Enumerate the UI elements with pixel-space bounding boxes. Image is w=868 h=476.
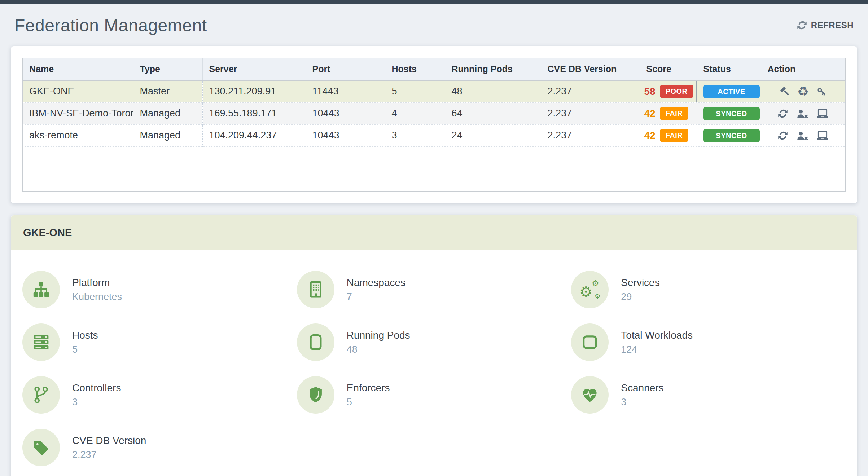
stat-label: CVE DB Version xyxy=(72,435,146,446)
col-header-name: Name xyxy=(23,58,133,80)
workload-icon xyxy=(571,323,609,361)
score-badge: POOR xyxy=(660,85,693,98)
stat-cve-db-version: CVE DB Version 2.237 xyxy=(22,429,297,466)
cell-name: IBM-NV-SE-Demo-Toror xyxy=(23,102,133,124)
col-header-port: Port xyxy=(306,58,385,80)
stat-enforcers: Enforcers 5 xyxy=(297,376,571,414)
stat-platform: Platform Kubernetes xyxy=(22,271,297,308)
cell-name: GKE-ONE xyxy=(23,80,133,102)
gavel-icon[interactable] xyxy=(779,86,790,97)
cell-status: SYNCED xyxy=(697,124,761,146)
cell-port: 11443 xyxy=(306,80,385,102)
clusters-table-wrap: Name Type Server Port Hosts Running Pods… xyxy=(22,58,846,192)
stat-label: Scanners xyxy=(621,382,663,394)
sync-icon[interactable] xyxy=(777,130,789,141)
score-badge: FAIR xyxy=(660,107,689,120)
refresh-icon xyxy=(797,20,807,31)
cell-port: 10443 xyxy=(306,102,385,124)
cell-cve-db-version: 2.237 xyxy=(541,124,640,146)
cell-type: Managed xyxy=(133,102,202,124)
cell-server: 130.211.209.91 xyxy=(202,80,306,102)
stat-label: Total Workloads xyxy=(621,330,693,341)
score-value: 58 xyxy=(644,86,656,97)
score-badge: FAIR xyxy=(660,129,689,142)
score-value: 42 xyxy=(644,130,656,141)
stat-label: Namespaces xyxy=(347,277,405,288)
gears-icon: ⚙⚙⚙ xyxy=(571,271,609,308)
cluster-detail-card: GKE-ONE Platform Kubernetes Namespaces 7 xyxy=(11,215,857,476)
cell-score-selected: 58 POOR xyxy=(640,80,697,102)
laptop-icon[interactable] xyxy=(816,108,829,119)
clusters-table-card: Name Type Server Port Hosts Running Pods… xyxy=(11,46,857,203)
stat-label: Enforcers xyxy=(347,382,390,394)
page-title: Federation Management xyxy=(14,16,207,35)
shield-icon xyxy=(297,376,334,414)
cell-running-pods: 24 xyxy=(445,124,541,146)
branch-icon xyxy=(22,376,60,414)
federation-page: Federation Management REFRESH Name Type … xyxy=(0,4,868,476)
cell-score: 42 FAIR xyxy=(640,102,697,124)
stat-hosts: Hosts 5 xyxy=(22,323,297,361)
stat-namespaces: Namespaces 7 xyxy=(297,271,571,308)
cluster-stats-grid: Platform Kubernetes Namespaces 7 ⚙⚙⚙ Ser… xyxy=(11,250,857,476)
cell-hosts: 4 xyxy=(385,102,445,124)
stat-label: Running Pods xyxy=(347,330,410,341)
laptop-icon[interactable] xyxy=(816,130,829,141)
cell-actions xyxy=(761,124,845,146)
key-icon[interactable] xyxy=(816,86,828,97)
remove-user-icon[interactable] xyxy=(796,108,809,119)
stat-total-workloads: Total Workloads 124 xyxy=(571,323,846,361)
cell-running-pods: 64 xyxy=(445,102,541,124)
table-row-master[interactable]: GKE-ONE Master 130.211.209.91 11443 5 48… xyxy=(23,80,845,102)
pod-icon xyxy=(297,323,334,361)
heartbeat-icon xyxy=(571,376,609,414)
cell-cve-db-version: 2.237 xyxy=(541,102,640,124)
score-value: 42 xyxy=(644,108,656,119)
col-header-score: Score xyxy=(640,58,697,80)
stat-scanners: Scanners 3 xyxy=(571,376,846,414)
clusters-table: Name Type Server Port Hosts Running Pods… xyxy=(23,58,845,147)
tag-icon xyxy=(22,429,60,466)
col-header-cve-db-version: CVE DB Version xyxy=(541,58,640,80)
stat-value: 29 xyxy=(621,291,659,303)
cell-actions: ♻ xyxy=(761,80,845,102)
recycle-icon[interactable]: ♻ xyxy=(797,86,809,97)
refresh-button[interactable]: REFRESH xyxy=(797,20,854,31)
cell-type: Master xyxy=(133,80,202,102)
col-header-running-pods: Running Pods xyxy=(445,58,541,80)
cell-type: Managed xyxy=(133,124,202,146)
cell-server: 169.55.189.171 xyxy=(202,102,306,124)
table-row-managed-1[interactable]: IBM-NV-SE-Demo-Toror Managed 169.55.189.… xyxy=(23,102,845,124)
status-badge: SYNCED xyxy=(703,129,760,142)
stat-value: 3 xyxy=(621,397,663,408)
cell-port: 10443 xyxy=(306,124,385,146)
cell-status: SYNCED xyxy=(697,102,761,124)
remove-user-icon[interactable] xyxy=(796,130,809,141)
stat-label: Controllers xyxy=(72,382,121,394)
cell-cve-db-version: 2.237 xyxy=(541,80,640,102)
stat-value: Kubernetes xyxy=(72,291,122,303)
detail-title: GKE-ONE xyxy=(23,227,72,239)
sitemap-icon xyxy=(22,271,60,308)
stat-value: 5 xyxy=(347,397,390,408)
servers-icon xyxy=(22,323,60,361)
stat-running-pods: Running Pods 48 xyxy=(297,323,571,361)
detail-header: GKE-ONE xyxy=(11,215,857,250)
refresh-label: REFRESH xyxy=(811,20,854,30)
cell-server: 104.209.44.237 xyxy=(202,124,306,146)
col-header-hosts: Hosts xyxy=(385,58,445,80)
stat-value: 124 xyxy=(621,344,693,355)
col-header-action: Action xyxy=(761,58,845,80)
stat-value: 48 xyxy=(347,344,410,355)
cell-actions xyxy=(761,102,845,124)
building-icon xyxy=(297,271,334,308)
table-row-managed-2[interactable]: aks-remote Managed 104.209.44.237 10443 … xyxy=(23,124,845,146)
sync-icon[interactable] xyxy=(777,108,789,119)
stat-value: 2.237 xyxy=(72,449,146,460)
cell-hosts: 3 xyxy=(385,124,445,146)
table-header-row: Name Type Server Port Hosts Running Pods… xyxy=(23,58,845,80)
col-header-server: Server xyxy=(202,58,306,80)
status-badge: SYNCED xyxy=(703,107,760,120)
stat-label: Hosts xyxy=(72,330,98,341)
stat-services: ⚙⚙⚙ Services 29 xyxy=(571,271,846,308)
